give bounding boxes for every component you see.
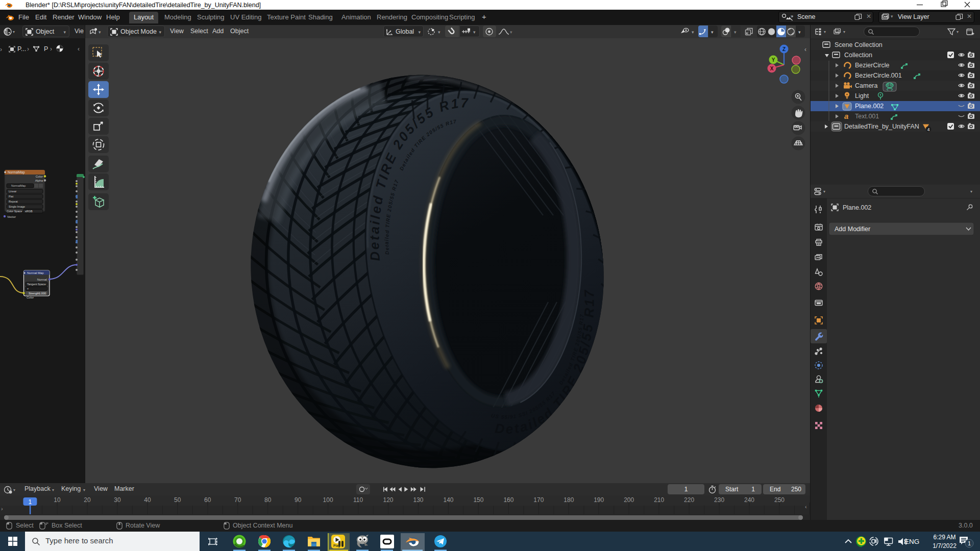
svg-text:P: P: [44, 45, 48, 53]
svg-text:Plane.002: Plane.002: [843, 204, 871, 211]
svg-text:80: 80: [264, 496, 272, 504]
svg-text:›: ›: [0, 46, 2, 53]
svg-text:4: 4: [927, 127, 930, 132]
svg-text:70: 70: [234, 496, 241, 504]
svg-text:240: 240: [744, 496, 754, 504]
svg-text:220: 220: [684, 496, 694, 504]
svg-text:30: 30: [114, 496, 121, 504]
svg-text:250: 250: [774, 496, 785, 504]
svg-text:50: 50: [174, 496, 181, 504]
svg-text:Normal: Normal: [37, 278, 47, 281]
svg-text:NormalMap: NormalMap: [8, 170, 25, 174]
svg-text:20: 20: [84, 496, 91, 504]
svg-text:Flat: Flat: [9, 195, 14, 198]
svg-text:›: ›: [50, 45, 52, 53]
svg-text:▾: ▾: [27, 287, 29, 290]
svg-text:Light: Light: [855, 92, 869, 99]
svg-text:Alpha: Alpha: [35, 179, 43, 182]
svg-text:P...: P...: [17, 45, 26, 53]
svg-text:Strength: Strength: [29, 292, 39, 295]
svg-text:BezierCircle.001: BezierCircle.001: [855, 72, 902, 79]
svg-text:Normal Map: Normal Map: [27, 271, 44, 274]
svg-text:‹: ‹: [78, 45, 80, 53]
svg-text:Add Modifier: Add Modifier: [835, 226, 870, 233]
svg-text:Collection: Collection: [844, 52, 872, 59]
svg-text:Color Space: Color Space: [7, 210, 22, 213]
svg-text:10: 10: [54, 496, 61, 504]
svg-text:90: 90: [295, 496, 302, 504]
svg-text:Single Image: Single Image: [9, 205, 25, 208]
svg-text:›: ›: [27, 45, 29, 53]
svg-text:Y: Y: [772, 57, 775, 63]
svg-text:Text.001: Text.001: [855, 113, 879, 120]
svg-text:180: 180: [564, 496, 574, 504]
svg-text:Scene Collection: Scene Collection: [835, 41, 883, 48]
svg-text:Plane.002: Plane.002: [855, 103, 884, 110]
svg-text:Color: Color: [27, 296, 34, 299]
svg-text:Z: Z: [782, 46, 786, 52]
svg-text:NormalMap: NormalMap: [11, 184, 26, 187]
svg-text:110: 110: [353, 496, 363, 504]
svg-text:40: 40: [144, 496, 151, 504]
svg-text:100: 100: [323, 496, 333, 504]
svg-text:140: 140: [443, 496, 453, 504]
svg-text:Vector: Vector: [7, 215, 16, 218]
svg-text:Tangent Space: Tangent Space: [27, 283, 46, 286]
svg-text:X: X: [770, 66, 774, 71]
svg-text:170: 170: [533, 496, 544, 504]
svg-text:Repeat: Repeat: [9, 200, 18, 203]
svg-text:Color: Color: [36, 175, 43, 178]
svg-text:1.000: 1.000: [39, 292, 46, 295]
svg-text:Linear: Linear: [9, 190, 16, 193]
svg-text:a: a: [844, 112, 848, 120]
svg-text:120: 120: [383, 496, 393, 504]
svg-text:DetailedTire_by_UnityFAN: DetailedTire_by_UnityFAN: [844, 123, 919, 130]
svg-text:1: 1: [968, 540, 971, 546]
svg-text:Camera: Camera: [855, 82, 878, 89]
svg-text:210: 210: [654, 496, 664, 504]
svg-text:1: 1: [29, 498, 32, 506]
svg-text:150: 150: [473, 496, 483, 504]
svg-text:60: 60: [204, 496, 211, 504]
svg-text:sRGB: sRGB: [25, 210, 33, 213]
svg-text:230: 230: [714, 496, 724, 504]
svg-text:BezierCircle: BezierCircle: [855, 62, 889, 69]
svg-text:Play: Play: [333, 544, 340, 548]
svg-text:190: 190: [594, 496, 604, 504]
svg-text:160: 160: [503, 496, 513, 504]
svg-text:200: 200: [624, 496, 634, 504]
svg-text:130: 130: [413, 496, 423, 504]
